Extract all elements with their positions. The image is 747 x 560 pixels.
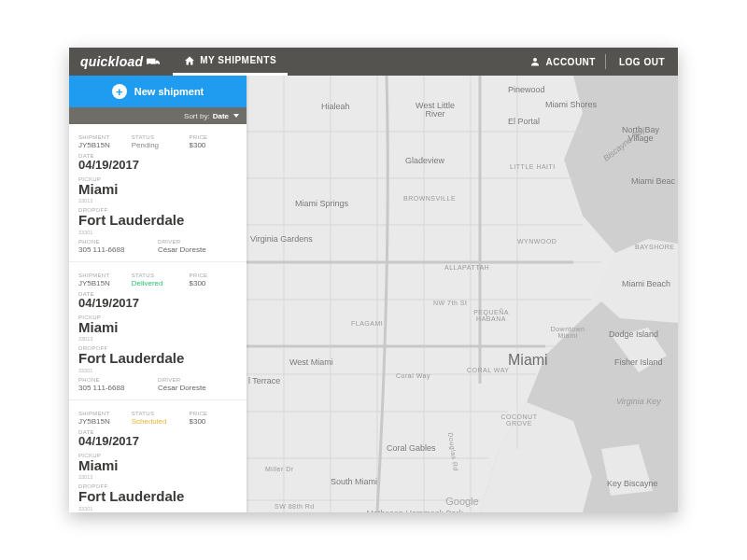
nav-my-shipments[interactable]: MY SHIPMENTS — [173, 48, 288, 76]
map-canvas — [247, 76, 678, 512]
sort-prefix: Sort by: — [184, 112, 210, 120]
svg-rect-0 — [147, 59, 155, 64]
new-shipment-button[interactable]: + New shipment — [69, 76, 247, 107]
sort-bar[interactable]: Sort by: Date — [69, 107, 247, 124]
new-shipment-label: New shipment — [134, 86, 204, 97]
nav-logout-label: LOG OUT — [619, 57, 665, 67]
truck-icon — [147, 57, 162, 66]
brand-text: quickload — [80, 54, 143, 69]
nav-account[interactable]: ACCOUNT — [520, 48, 605, 76]
svg-point-2 — [156, 63, 159, 66]
shipment-card[interactable]: SHIPMENTJY5B15NSTATUSScheduledPRICE$300D… — [69, 400, 247, 512]
user-icon — [529, 56, 541, 67]
sort-value: Date — [213, 112, 229, 120]
brand-logo[interactable]: quickload — [69, 54, 173, 69]
shipment-card[interactable]: SHIPMENTJY5B15NSTATUSPendingPRICE$300DAT… — [69, 124, 247, 262]
svg-point-3 — [533, 58, 537, 62]
app-frame: quickload MY SHIPMENTS ACCOUNT LOG OUT +… — [69, 48, 678, 512]
home-icon — [184, 55, 195, 66]
map-view[interactable]: HialeahWest Little RiverPinewoodMiami Sh… — [247, 76, 678, 512]
nav-label: MY SHIPMENTS — [200, 55, 276, 65]
chevron-down-icon — [233, 114, 239, 118]
nav-logout[interactable]: LOG OUT — [606, 57, 678, 67]
plus-icon: + — [112, 84, 127, 99]
sidebar: + New shipment Sort by: Date SHIPMENTJY5… — [69, 76, 247, 512]
nav-account-label: ACCOUNT — [545, 57, 596, 67]
app-body: + New shipment Sort by: Date SHIPMENTJY5… — [69, 76, 678, 512]
shipment-card[interactable]: SHIPMENTJY5B15NSTATUSDeliveredPRICE$300D… — [69, 262, 247, 400]
topbar: quickload MY SHIPMENTS ACCOUNT LOG OUT — [69, 48, 678, 76]
shipment-list[interactable]: SHIPMENTJY5B15NSTATUSPendingPRICE$300DAT… — [69, 124, 247, 512]
svg-point-1 — [148, 63, 151, 66]
map-attribution: Google — [445, 496, 478, 507]
